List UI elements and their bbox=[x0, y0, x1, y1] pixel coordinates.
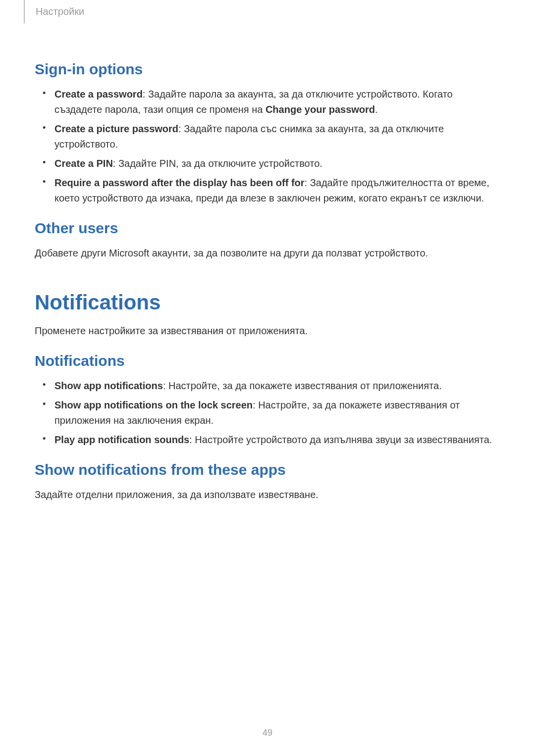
page-content: Sign-in options Create a password: Задай… bbox=[35, 17, 500, 503]
item-bold-2: Change your password bbox=[266, 104, 375, 115]
breadcrumb-text: Настройки bbox=[36, 6, 84, 17]
list-item: Show app notifications on the lock scree… bbox=[54, 398, 500, 428]
item-bold: Play app notification sounds bbox=[54, 434, 189, 445]
item-bold: Show app notifications bbox=[54, 380, 163, 391]
page-number: 49 bbox=[0, 728, 535, 738]
list-item: Show app notifications: Настройте, за да… bbox=[54, 378, 500, 394]
item-text: : Задайте PIN, за да отключите устройств… bbox=[113, 158, 322, 169]
list-item: Require a password after the display has… bbox=[54, 175, 500, 206]
notifications-main-text: Променете настройките за известявания от… bbox=[35, 323, 500, 339]
document-page: Настройки Sign-in options Create a passw… bbox=[0, 0, 535, 756]
breadcrumb: Настройки bbox=[24, 0, 84, 23]
item-bold: Require a password after the display has… bbox=[54, 177, 305, 188]
list-item: Create a PIN: Задайте PIN, за да отключи… bbox=[54, 156, 500, 171]
heading-notifications-sub: Notifications bbox=[35, 353, 500, 369]
heading-sign-in-options: Sign-in options bbox=[35, 61, 500, 78]
other-users-text: Добавете други Microsoft акаунти, за да … bbox=[35, 246, 500, 261]
heading-other-users: Other users bbox=[35, 220, 500, 237]
show-from-apps-text: Задайте отделни приложения, за да използ… bbox=[35, 487, 500, 503]
heading-show-from-apps: Show notifications from these apps bbox=[35, 461, 500, 478]
item-bold: Create a picture password bbox=[54, 123, 178, 134]
list-item: Create a picture password: Задайте парол… bbox=[54, 121, 500, 152]
heading-notifications-main: Notifications bbox=[35, 291, 500, 314]
item-text: : Настройте, за да покажете известявания… bbox=[163, 380, 442, 391]
item-bold: Create a password bbox=[54, 89, 143, 100]
item-bold: Create a PIN bbox=[54, 158, 113, 169]
item-tail: . bbox=[375, 104, 378, 115]
item-bold: Show app notifications on the lock scree… bbox=[54, 400, 253, 410]
sign-in-options-list: Create a password: Задайте парола за ака… bbox=[35, 87, 500, 206]
item-text: : Настройте устройството да изпълнява зв… bbox=[189, 434, 492, 445]
notifications-list: Show app notifications: Настройте, за да… bbox=[35, 378, 500, 448]
list-item: Create a password: Задайте парола за ака… bbox=[54, 87, 500, 117]
list-item: Play app notification sounds: Настройте … bbox=[54, 432, 500, 448]
